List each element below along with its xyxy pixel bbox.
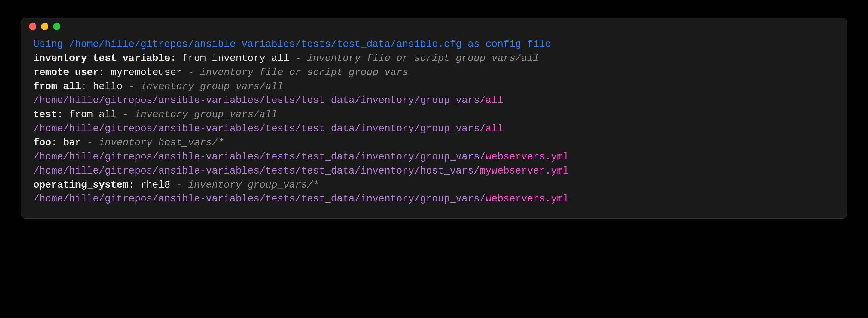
path-prefix: /home/hille/gitrepos/ansible-variables/t…: [33, 151, 486, 162]
var-value: myremoteuser: [111, 67, 182, 78]
close-icon[interactable]: [29, 23, 36, 30]
colon: :: [81, 81, 93, 92]
terminal-output: Using /home/hille/gitrepos/ansible-varia…: [21, 35, 847, 218]
window-titlebar: [21, 18, 847, 35]
var-value: from_all: [69, 109, 117, 120]
var-source: inventory group_vars/all: [141, 81, 283, 92]
maximize-icon[interactable]: [53, 23, 60, 30]
var-name: test: [33, 109, 57, 120]
path-tail: webservers.yml: [486, 151, 569, 162]
colon: :: [57, 109, 69, 120]
path-prefix: /home/hille/gitrepos/ansible-variables/t…: [33, 95, 486, 106]
colon: :: [51, 137, 63, 148]
config-file-line: Using /home/hille/gitrepos/ansible-varia…: [33, 39, 551, 50]
separator: -: [117, 109, 134, 120]
terminal-window: Using /home/hille/gitrepos/ansible-varia…: [21, 18, 847, 219]
separator: -: [81, 137, 98, 148]
var-source: inventory group_vars/*: [188, 180, 319, 191]
path-prefix: /home/hille/gitrepos/ansible-variables/t…: [33, 123, 486, 134]
var-name: operating_system: [33, 180, 129, 191]
var-source: inventory group_vars/all: [134, 109, 277, 120]
var-name: from_all: [33, 81, 81, 92]
path-prefix: /home/hille/gitrepos/ansible-variables/t…: [33, 165, 479, 177]
path-tail: all: [486, 95, 503, 106]
path-tail: mywebserver.yml: [479, 165, 569, 177]
separator: -: [123, 81, 140, 92]
var-value: bar: [63, 137, 81, 148]
separator: -: [289, 53, 307, 64]
path-tail: webservers.yml: [486, 193, 569, 204]
path-prefix: /home/hille/gitrepos/ansible-variables/t…: [33, 193, 486, 204]
colon: :: [99, 67, 111, 78]
var-name: remote_user: [33, 67, 99, 78]
path-tail: all: [486, 123, 503, 134]
var-source: inventory file or script group vars/all: [307, 53, 539, 64]
separator: -: [170, 180, 188, 191]
separator: -: [182, 67, 200, 78]
var-name: inventory_test_variable: [33, 53, 170, 64]
var-source: inventory host_vars/*: [99, 137, 224, 148]
var-value: hello: [93, 81, 123, 92]
minimize-icon[interactable]: [41, 23, 49, 30]
colon: :: [170, 53, 182, 64]
var-source: inventory file or script group vars: [200, 67, 408, 78]
colon: :: [129, 180, 141, 191]
var-value: from_inventory_all: [182, 53, 289, 64]
var-name: foo: [33, 137, 51, 148]
var-value: rhel8: [140, 180, 170, 191]
